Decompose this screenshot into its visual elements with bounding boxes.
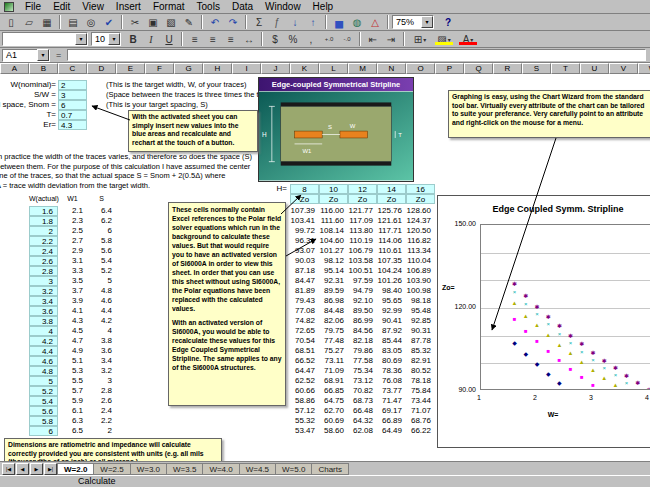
name-box[interactable]: A1 ▾ <box>2 49 50 62</box>
underline-button[interactable]: U <box>160 32 178 47</box>
w-actual-cell[interactable]: 3.6 <box>29 306 58 316</box>
merge-and-center-button[interactable]: ↔ <box>240 32 258 47</box>
font-name-combo[interactable]: ▾ <box>2 32 88 46</box>
h-header-cell[interactable]: 12 <box>348 184 377 194</box>
table-cell[interactable]: 87.92 <box>377 326 406 336</box>
chevron-down-icon[interactable]: ▾ <box>108 33 120 45</box>
table-cell[interactable]: 75.34 <box>348 366 377 376</box>
table-cell[interactable]: 4.1 <box>58 306 87 316</box>
save-button[interactable]: ▦ <box>38 15 56 30</box>
table-cell[interactable]: 128.60 <box>406 206 435 216</box>
percent-button[interactable]: % <box>284 32 302 47</box>
table-cell[interactable]: 75.27 <box>319 346 348 356</box>
h-header-cell[interactable]: 16 <box>406 184 435 194</box>
w-actual-cell[interactable]: 2.2 <box>29 236 58 246</box>
table-cell[interactable]: 78.36 <box>377 366 406 376</box>
sort-descending-button[interactable]: ↑ <box>304 15 322 30</box>
table-cell[interactable]: 73.77 <box>377 386 406 396</box>
table-cell[interactable]: 5.7 <box>58 386 87 396</box>
format-painter-button[interactable]: ✎ <box>180 15 198 30</box>
table-cell[interactable]: 3.7 <box>58 286 87 296</box>
table-cell[interactable]: 90.41 <box>377 316 406 326</box>
table-cell[interactable]: 64.47 <box>290 366 319 376</box>
table-cell[interactable]: 113.34 <box>406 246 435 256</box>
column-header-g[interactable]: G <box>174 63 203 74</box>
table-cell[interactable]: 85.32 <box>406 346 435 356</box>
column-header-q[interactable]: Q <box>464 63 493 74</box>
column-header-m[interactable]: M <box>348 63 377 74</box>
table-cell[interactable]: 6.3 <box>58 416 87 426</box>
table-cell[interactable]: 70.54 <box>290 336 319 346</box>
table-cell[interactable]: 69.17 <box>377 406 406 416</box>
w-actual-cell[interactable]: 3 <box>29 276 58 286</box>
table-cell[interactable]: 60.69 <box>319 416 348 426</box>
table-cell[interactable]: 79.43 <box>290 296 319 306</box>
param-value-cell[interactable]: 4.3 <box>58 120 87 130</box>
table-cell[interactable]: 4.4 <box>87 306 116 316</box>
table-cell[interactable]: 58.60 <box>319 426 348 436</box>
table-cell[interactable]: 70.82 <box>348 386 377 396</box>
chart-plot[interactable]: ◆■▲×✱◆■▲×✱◆■▲×✱◆■▲×✱◆■▲×✱◆■▲×✱◆■▲×✱◆■▲×✱… <box>480 224 650 390</box>
column-header-e[interactable]: E <box>116 63 145 74</box>
chevron-down-icon[interactable]: ▾ <box>421 16 433 28</box>
menu-data[interactable]: Data <box>226 0 259 13</box>
zoom-combo[interactable]: 75% ▾ <box>392 15 434 29</box>
column-header-l[interactable]: L <box>319 63 348 74</box>
borders-button[interactable]: ⊞▾ <box>408 32 432 47</box>
w-actual-cell[interactable]: 6 <box>29 426 58 436</box>
drawing-button[interactable]: △ <box>366 15 384 30</box>
menu-tools[interactable]: Tools <box>191 0 226 13</box>
column-header-f[interactable]: F <box>145 63 174 74</box>
menu-window[interactable]: Window <box>259 0 307 13</box>
column-header-b[interactable]: B <box>29 63 58 74</box>
print-preview-button[interactable]: ◎ <box>82 15 100 30</box>
table-cell[interactable]: 78.18 <box>406 376 435 386</box>
table-cell[interactable]: 5.4 <box>87 256 116 266</box>
column-header-p[interactable]: P <box>435 63 464 74</box>
italic-button[interactable]: I <box>142 32 160 47</box>
table-cell[interactable]: 2.2 <box>87 416 116 426</box>
table-cell[interactable]: 95.48 <box>406 306 435 316</box>
table-cell[interactable]: 66.85 <box>319 386 348 396</box>
font-color-button[interactable]: A▾ <box>456 32 480 47</box>
table-cell[interactable]: 80.69 <box>377 356 406 366</box>
table-cell[interactable]: 100.51 <box>348 266 377 276</box>
table-cell[interactable]: 66.89 <box>377 416 406 426</box>
cut-button[interactable]: ✂ <box>126 15 144 30</box>
table-cell[interactable]: 121.77 <box>348 206 377 216</box>
table-cell[interactable]: 3.1 <box>58 256 87 266</box>
new-button[interactable]: ▯ <box>2 15 20 30</box>
menu-help[interactable]: Help <box>307 0 340 13</box>
table-cell[interactable]: 71.09 <box>319 366 348 376</box>
menu-edit[interactable]: Edit <box>47 0 76 13</box>
h-header-cell[interactable]: 14 <box>377 184 406 194</box>
table-cell[interactable]: 73.12 <box>348 376 377 386</box>
table-cell[interactable]: 89.50 <box>348 306 377 316</box>
table-cell[interactable]: 5.2 <box>87 266 116 276</box>
table-cell[interactable]: 6.5 <box>58 426 87 436</box>
sheet-tab-w45[interactable]: W=4.5 <box>239 463 276 475</box>
table-cell[interactable]: 64.75 <box>319 396 348 406</box>
param-value-cell[interactable]: 6 <box>58 100 87 110</box>
table-cell[interactable]: 5.8 <box>87 236 116 246</box>
table-cell[interactable]: 5.3 <box>58 366 87 376</box>
tab-scroll-button-0[interactable]: |◀ <box>2 463 15 475</box>
paste-button[interactable]: ▧ <box>162 15 180 30</box>
table-cell[interactable]: 68.73 <box>348 396 377 406</box>
w-actual-cell[interactable]: 2.8 <box>29 266 58 276</box>
table-cell[interactable]: 90.03 <box>290 256 319 266</box>
table-cell[interactable]: 87.78 <box>406 336 435 346</box>
table-cell[interactable]: 77.48 <box>319 336 348 346</box>
table-cell[interactable]: 55.32 <box>290 416 319 426</box>
chart[interactable]: Edge Coupled Symm. Stripline Zo= W= ◆■▲×… <box>437 195 650 448</box>
menu-format[interactable]: Format <box>147 0 191 13</box>
sheet-tab-w50[interactable]: W=5.0 <box>275 463 312 475</box>
table-cell[interactable]: 117.71 <box>377 226 406 236</box>
table-cell[interactable]: 2.8 <box>87 386 116 396</box>
font-size-combo[interactable]: 10 ▾ <box>91 32 121 46</box>
table-cell[interactable]: 116.00 <box>319 206 348 216</box>
w-actual-cell[interactable]: 4.2 <box>29 336 58 346</box>
increase-indent-button[interactable]: ⇥ <box>382 32 400 47</box>
table-cell[interactable]: 83.05 <box>377 346 406 356</box>
table-cell[interactable]: 103.41 <box>290 216 319 226</box>
